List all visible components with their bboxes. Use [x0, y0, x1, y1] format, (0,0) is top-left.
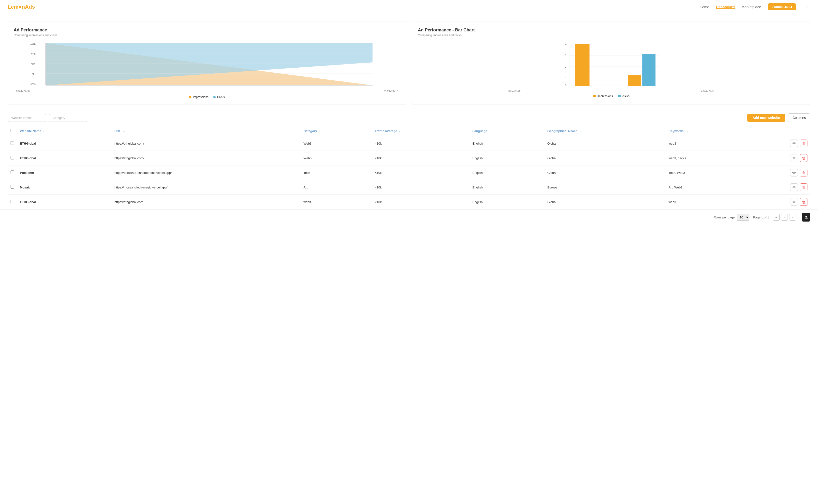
svg-text:3: 3	[565, 54, 567, 57]
prev-page-button[interactable]: ‹	[781, 214, 788, 221]
th-website-name[interactable]: Website Name ↑↓	[17, 126, 111, 136]
view-button[interactable]: 👁	[790, 183, 798, 191]
row-geo: Europe	[545, 180, 666, 195]
x-axis-end: 2024-09-07	[384, 90, 398, 93]
row-checkbox[interactable]	[11, 185, 14, 189]
line-chart-title: Ad Performance	[14, 28, 400, 33]
row-keywords: web3	[666, 195, 741, 209]
nav: Home Dashboard Marketplace 0xdbba...5184…	[700, 3, 810, 10]
row-geo: Global	[545, 165, 666, 180]
header: Lem●nAds Home Dashboard Marketplace 0xdb…	[0, 0, 818, 14]
row-checkbox-cell	[8, 165, 17, 180]
table-row: Publisher https://publisher-sandbox-one.…	[8, 165, 810, 180]
category-filter[interactable]	[49, 114, 87, 122]
bar-sep7-clicks	[642, 54, 656, 86]
row-traffic: <10k	[372, 180, 470, 195]
bar-chart-card: Ad Performance - Bar Chart Comparing imp…	[412, 22, 810, 105]
delete-button[interactable]: 🗑	[800, 169, 807, 176]
columns-button[interactable]: Columns	[788, 113, 810, 122]
line-chart-legend: Impressions Clicks	[14, 95, 400, 99]
th-category[interactable]: Category ↑↓	[300, 126, 372, 136]
row-actions: 👁 🗑	[741, 136, 810, 151]
th-language[interactable]: Language ↑↓	[470, 126, 544, 136]
rows-per-page-select[interactable]: 10 25 50	[737, 214, 749, 221]
bar-sep7-impressions	[628, 75, 641, 86]
row-checkbox[interactable]	[11, 141, 14, 145]
rows-per-page-label: Rows per page	[714, 216, 735, 219]
th-traffic[interactable]: Traffic Average ↑↓	[372, 126, 470, 136]
table-body: ETHGlobal https://ethglobal.com/ Web3 <1…	[8, 136, 810, 209]
clicks-label: Clicks	[217, 95, 225, 99]
row-traffic: <10k	[372, 136, 470, 151]
row-checkbox-cell	[8, 180, 17, 195]
row-name: ETHGlobal	[17, 136, 111, 151]
flask-button[interactable]: ⚗	[802, 213, 810, 222]
bar-x-date1: 2024-09-06	[508, 90, 521, 93]
wallet-button[interactable]: 0xdbba...5184	[768, 3, 796, 10]
svg-text:0: 0	[565, 84, 567, 87]
th-actions	[741, 126, 810, 136]
line-chart-subtitle: Comparing impressions and clicks	[14, 34, 400, 37]
nav-home[interactable]: Home	[700, 5, 709, 9]
table-row: ETHGlobal https://ethglobal.com/ Web3 <1…	[8, 151, 810, 165]
row-category: Web3	[300, 136, 372, 151]
delete-button[interactable]: 🗑	[800, 198, 807, 206]
bar-impressions-label: impressions	[598, 94, 613, 98]
table-row: ETHGlobal https://ethglobal.com web3 <10…	[8, 195, 810, 209]
bar-x-date2: 2024-09-07	[701, 90, 714, 93]
svg-text:0: 0	[30, 83, 36, 86]
view-button[interactable]: 👁	[790, 169, 798, 176]
impressions-label: Impressions	[193, 95, 208, 99]
line-chart-card: Ad Performance Comparing impressions and…	[8, 22, 406, 105]
th-url[interactable]: URL ↑↓	[111, 126, 300, 136]
svg-text:4: 4	[30, 43, 36, 46]
view-button[interactable]: 👁	[790, 154, 798, 162]
row-url: https://ethglobal.com/	[111, 136, 300, 151]
bar-impressions-rect	[593, 95, 596, 97]
add-website-button[interactable]: Add new website	[747, 114, 785, 122]
th-checkbox	[8, 126, 17, 136]
nav-marketplace[interactable]: Marketplace	[742, 5, 761, 9]
page-nav: « ‹ ›	[773, 214, 796, 221]
row-language: English	[470, 165, 544, 180]
view-button[interactable]: 👁	[790, 198, 798, 206]
svg-text:4: 4	[565, 43, 567, 46]
row-language: English	[470, 195, 544, 209]
website-name-filter[interactable]	[8, 114, 46, 122]
svg-text:1: 1	[565, 76, 567, 79]
svg-text:2: 2	[30, 63, 36, 66]
row-actions: 👁 🗑	[741, 195, 810, 209]
first-page-button[interactable]: «	[773, 214, 780, 221]
row-checkbox[interactable]	[11, 156, 14, 159]
bar-legend-impressions: impressions	[593, 94, 613, 98]
row-actions: 👁 🗑	[741, 180, 810, 195]
delete-button[interactable]: 🗑	[800, 183, 807, 191]
row-keywords: web3	[666, 136, 741, 151]
row-language: English	[470, 151, 544, 165]
row-checkbox-cell	[8, 136, 17, 151]
svg-text:1: 1	[30, 73, 36, 76]
row-geo: Global	[545, 136, 666, 151]
row-keywords: web3, hacks	[666, 151, 741, 165]
delete-button[interactable]: 🗑	[800, 140, 807, 147]
row-category: Web3	[300, 151, 372, 165]
row-checkbox[interactable]	[11, 170, 14, 174]
select-all-checkbox[interactable]	[11, 129, 14, 132]
th-geo[interactable]: Geographical Reach ↑↓	[545, 126, 666, 136]
x-axis-start: 2024-09-06	[16, 90, 29, 93]
logout-icon[interactable]: →	[804, 4, 810, 10]
charts-section: Ad Performance Comparing impressions and…	[0, 14, 818, 111]
row-checkbox[interactable]	[11, 200, 14, 203]
row-geo: Global	[545, 195, 666, 209]
view-button[interactable]: 👁	[790, 140, 798, 147]
bar-chart-axis-labels: 2024-09-06 2024-09-07	[418, 90, 804, 93]
th-keywords[interactable]: Keywords ↑↓	[666, 126, 741, 136]
delete-button[interactable]: 🗑	[800, 154, 807, 162]
svg-text:3: 3	[30, 53, 36, 56]
next-page-button[interactable]: ›	[789, 214, 796, 221]
table-container: Website Name ↑↓ URL ↑↓ Category ↑↓ Traff…	[0, 126, 818, 209]
row-name: Mosaic	[17, 180, 111, 195]
page-label: Page 1 of 1	[753, 216, 769, 219]
nav-dashboard[interactable]: Dashboard	[716, 5, 735, 9]
row-checkbox-cell	[8, 195, 17, 209]
